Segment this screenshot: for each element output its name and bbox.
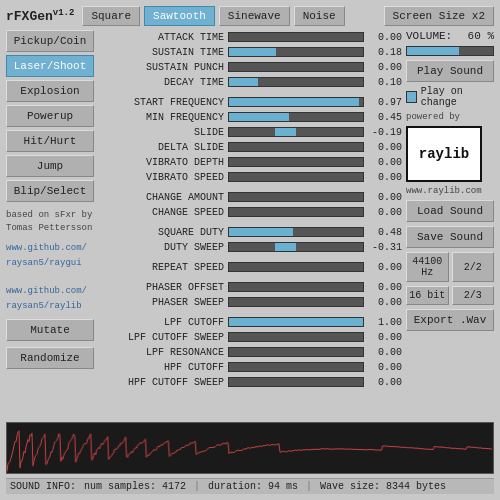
param-value: 0.00 bbox=[364, 262, 402, 273]
bit-button[interactable]: 16 bit bbox=[406, 286, 449, 305]
param-label: SUSTAIN PUNCH bbox=[98, 62, 228, 73]
param-value: 0.18 bbox=[364, 47, 402, 58]
param-row: SUSTAIN PUNCH0.00 bbox=[98, 60, 402, 74]
param-value: 0.00 bbox=[364, 192, 402, 203]
param-label: CHANGE SPEED bbox=[98, 207, 228, 218]
param-bar-container[interactable] bbox=[228, 142, 364, 152]
param-label: SQUARE DUTY bbox=[98, 227, 228, 238]
waveform-btn-sawtooth[interactable]: Sawtooth bbox=[144, 6, 215, 26]
param-bar bbox=[229, 98, 359, 106]
param-bar-container[interactable] bbox=[228, 332, 364, 342]
param-bar-container[interactable] bbox=[228, 112, 364, 122]
param-spacer-14 bbox=[98, 220, 402, 224]
volume-bar-container[interactable] bbox=[406, 46, 494, 56]
param-bar-container[interactable] bbox=[228, 47, 364, 57]
sidebar-btn-explosion[interactable]: Explosion bbox=[6, 80, 94, 102]
param-bar bbox=[229, 113, 289, 121]
param-label: HPF CUTOFF bbox=[98, 362, 228, 373]
sidebar-btn-powerup[interactable]: Powerup bbox=[6, 105, 94, 127]
param-bar-container[interactable] bbox=[228, 377, 364, 387]
param-bar-container[interactable] bbox=[228, 32, 364, 42]
param-label: SUSTAIN TIME bbox=[98, 47, 228, 58]
param-bar-container[interactable] bbox=[228, 347, 364, 357]
param-row: PHASER OFFSET0.00 bbox=[98, 280, 402, 294]
waveform-btn-square[interactable]: Square bbox=[82, 6, 140, 26]
volume-bar bbox=[407, 47, 459, 55]
powered-by-label: powered by bbox=[406, 112, 494, 122]
app-title: rFXGenv1.2 bbox=[6, 8, 74, 24]
sidebar-btn-jump[interactable]: Jump bbox=[6, 155, 94, 177]
num-samples: num samples: 4172 bbox=[84, 481, 186, 492]
export-wav-button[interactable]: Export .Wav bbox=[406, 309, 494, 331]
randomize-button[interactable]: Randomize bbox=[6, 347, 94, 369]
param-row: HPF CUTOFF SWEEP0.00 bbox=[98, 375, 402, 389]
sidebar-btn-laser[interactable]: Laser/Shoot bbox=[6, 55, 94, 77]
param-row: ATTACK TIME0.00 bbox=[98, 30, 402, 44]
param-row: PHASER SWEEP0.00 bbox=[98, 295, 402, 309]
freq-button[interactable]: 44100 Hz bbox=[406, 252, 449, 282]
duration: duration: 94 ms bbox=[208, 481, 298, 492]
param-row: DUTY SWEEP-0.31 bbox=[98, 240, 402, 254]
param-value: 0.00 bbox=[364, 347, 402, 358]
sidebar-btn-blip[interactable]: Blip/Select bbox=[6, 180, 94, 202]
param-row: REPEAT SPEED0.00 bbox=[98, 260, 402, 274]
param-value: 0.00 bbox=[364, 32, 402, 43]
play-on-change-checkbox[interactable] bbox=[406, 91, 417, 103]
param-label: MIN FREQUENCY bbox=[98, 112, 228, 123]
param-label: SLIDE bbox=[98, 127, 228, 138]
param-row: DELTA SLIDE0.00 bbox=[98, 140, 402, 154]
credits: based on sFxr by Tomas Pettersson bbox=[6, 209, 94, 234]
param-value: 0.00 bbox=[364, 62, 402, 73]
param-row: HPF CUTOFF0.00 bbox=[98, 360, 402, 374]
screen-size-button[interactable]: Screen Size x2 bbox=[384, 6, 494, 26]
param-row: LPF CUTOFF1.00 bbox=[98, 315, 402, 329]
param-bar-container[interactable] bbox=[228, 77, 364, 87]
play-sound-button[interactable]: Play Sound bbox=[406, 60, 494, 82]
right-sidebar: VOLUME: 60 % Play Sound Play on change p… bbox=[406, 30, 494, 418]
param-row: VIBRATO SPEED0.00 bbox=[98, 170, 402, 184]
param-label: PHASER SWEEP bbox=[98, 297, 228, 308]
waveform-btn-sinewave[interactable]: Sinewave bbox=[219, 6, 290, 26]
app-version: v1.2 bbox=[53, 8, 75, 18]
play-on-change-row: Play on change bbox=[406, 86, 494, 108]
load-sound-button[interactable]: Load Sound bbox=[406, 200, 494, 222]
param-row: CHANGE AMOUNT0.00 bbox=[98, 190, 402, 204]
param-bar-container[interactable] bbox=[228, 317, 364, 327]
param-bar-container[interactable] bbox=[228, 97, 364, 107]
param-label: START FREQUENCY bbox=[98, 97, 228, 108]
param-bar-container[interactable] bbox=[228, 227, 364, 237]
param-label: LPF CUTOFF SWEEP bbox=[98, 332, 228, 343]
param-bar-container[interactable] bbox=[228, 192, 364, 202]
param-value: 0.10 bbox=[364, 77, 402, 88]
param-label: PHASER OFFSET bbox=[98, 282, 228, 293]
param-bar-container[interactable] bbox=[228, 172, 364, 182]
bit-fraction1-button[interactable]: 2/2 bbox=[452, 252, 495, 282]
raylib-logo: raylib bbox=[406, 126, 482, 182]
play-on-change-label: Play on change bbox=[421, 86, 494, 108]
save-sound-button[interactable]: Save Sound bbox=[406, 226, 494, 248]
param-row: CHANGE SPEED0.00 bbox=[98, 205, 402, 219]
param-label: DECAY TIME bbox=[98, 77, 228, 88]
bit-fraction2-button[interactable]: 2/3 bbox=[452, 286, 495, 305]
param-bar bbox=[229, 318, 363, 326]
mutate-button[interactable]: Mutate bbox=[6, 319, 94, 341]
param-value: -0.19 bbox=[364, 127, 402, 138]
sidebar-btn-hithurt[interactable]: Hit/Hurt bbox=[6, 130, 94, 152]
sidebar-btn-pickup[interactable]: Pickup/Coin bbox=[6, 30, 94, 52]
param-label: VIBRATO SPEED bbox=[98, 172, 228, 183]
param-row: VIBRATO DEPTH0.00 bbox=[98, 155, 402, 169]
param-bar-container[interactable] bbox=[228, 297, 364, 307]
param-value: 1.00 bbox=[364, 317, 402, 328]
param-spacer-22 bbox=[98, 310, 402, 314]
param-bar-container[interactable] bbox=[228, 362, 364, 372]
header: rFXGenv1.2 Square Sawtooth Sinewave Nois… bbox=[6, 6, 494, 26]
param-bar-container[interactable] bbox=[228, 127, 364, 137]
param-bar-container[interactable] bbox=[228, 207, 364, 217]
param-bar-container[interactable] bbox=[228, 282, 364, 292]
param-bar-container[interactable] bbox=[228, 242, 364, 252]
param-value: 0.00 bbox=[364, 157, 402, 168]
param-bar-container[interactable] bbox=[228, 157, 364, 167]
param-bar-container[interactable] bbox=[228, 262, 364, 272]
waveform-btn-noise[interactable]: Noise bbox=[294, 6, 345, 26]
param-bar-container[interactable] bbox=[228, 62, 364, 72]
